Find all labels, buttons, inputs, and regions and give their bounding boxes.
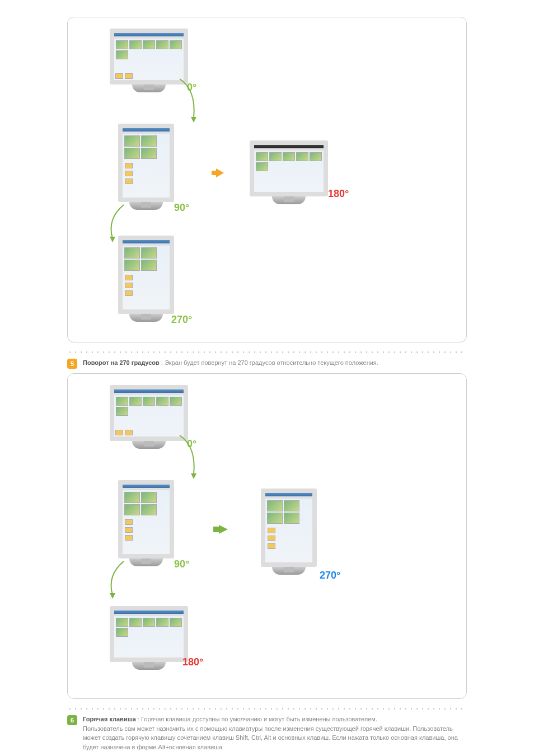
arrow-right-icon bbox=[216, 168, 224, 177]
label-0deg: 0° bbox=[187, 82, 196, 93]
label-0deg: 0° bbox=[187, 438, 196, 450]
badge-6: 6 bbox=[67, 715, 77, 725]
item-text: Горячая клавиша : Горячая клавиша доступ… bbox=[83, 715, 467, 752]
list-item-6: 6 Горячая клавиша : Горячая клавиша дост… bbox=[67, 715, 467, 752]
monitor-90deg bbox=[118, 124, 174, 210]
item-text: Поворот на 270 градусов : Экран будет по… bbox=[83, 358, 467, 368]
label-180deg: 180° bbox=[182, 656, 203, 668]
document-content: 0° bbox=[0, 0, 534, 756]
monitor-0deg bbox=[110, 385, 188, 449]
badge-5: 5 bbox=[67, 359, 77, 369]
arrow-right-icon bbox=[219, 525, 228, 534]
label-270deg: 270° bbox=[171, 314, 192, 326]
monitor-90deg bbox=[118, 480, 174, 566]
svg-marker-0 bbox=[191, 117, 196, 123]
divider bbox=[67, 351, 467, 354]
list-item-5: 5 Поворот на 270 градусов : Экран будет … bbox=[67, 358, 467, 369]
divider bbox=[67, 707, 467, 710]
monitor-270deg-result bbox=[261, 489, 317, 575]
monitor-180deg bbox=[250, 140, 328, 204]
svg-marker-3 bbox=[110, 593, 115, 599]
label-270deg-blue: 270° bbox=[320, 570, 340, 581]
label-90deg: 90° bbox=[174, 202, 189, 214]
svg-marker-1 bbox=[110, 237, 115, 242]
label-90deg: 90° bbox=[174, 558, 189, 570]
rotation-diagram-2: 0° bbox=[67, 373, 467, 699]
monitor-0deg bbox=[110, 29, 188, 92]
svg-marker-2 bbox=[191, 473, 196, 479]
label-180deg: 180° bbox=[328, 188, 349, 200]
rotation-diagram-1: 0° bbox=[67, 17, 467, 342]
monitor-180deg bbox=[110, 606, 188, 670]
monitor-270deg bbox=[118, 236, 174, 322]
